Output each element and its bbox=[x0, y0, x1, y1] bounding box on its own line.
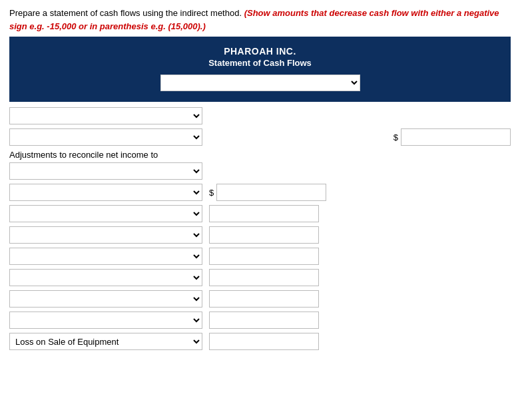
section1-select1[interactable]: Operating Activities Investing Activitie… bbox=[9, 107, 202, 124]
adj-select-5[interactable]: Income Tax Payable Interest Payable bbox=[9, 269, 202, 286]
period-select[interactable]: For the Year Ended December 31, 2025 For… bbox=[160, 75, 360, 91]
adj-sublabel-row: Net Cash Provided by Operating Activitie… bbox=[9, 162, 511, 180]
form-section: Operating Activities Investing Activitie… bbox=[0, 102, 520, 350]
adj-row-4: Accounts Payable Salaries Payable bbox=[9, 248, 511, 265]
company-pharoah: PHAROAH bbox=[224, 46, 273, 57]
adj-row-5: Income Tax Payable Interest Payable bbox=[9, 269, 511, 286]
adj-amount-2[interactable] bbox=[209, 205, 319, 222]
adj-select-7[interactable]: Unearned Revenue Deferred Revenue bbox=[9, 312, 202, 329]
period-select-wrap: For the Year Ended December 31, 2025 For… bbox=[16, 75, 504, 91]
adj-row-8: Loss on Sale of Equipment Gain on Sale o… bbox=[9, 333, 511, 350]
company-inc: INC. bbox=[276, 46, 296, 57]
adj-amount-3[interactable] bbox=[209, 226, 319, 244]
adj-amount-5[interactable] bbox=[209, 269, 319, 286]
adj-amount-8[interactable] bbox=[209, 333, 319, 350]
company-name: PHAROAH INC. bbox=[16, 46, 504, 57]
dollar-sign-1: $ bbox=[393, 132, 398, 142]
instructions: Prepare a statement of cash flows using … bbox=[0, 0, 520, 37]
adj-row-2: Accounts Receivable Inventory bbox=[9, 205, 511, 222]
adj-row-6: Gain on Sale of Equipment Loss on Sale o… bbox=[9, 290, 511, 308]
adj-select-3[interactable]: Prepaid Expenses Supplies bbox=[9, 226, 202, 244]
adj-amount-1[interactable] bbox=[216, 184, 326, 201]
section1-select2[interactable]: Net Income Net Loss bbox=[9, 128, 202, 146]
amount-input-netincome[interactable] bbox=[401, 128, 511, 146]
adj-select-8[interactable]: Loss on Sale of Equipment Gain on Sale o… bbox=[9, 333, 202, 350]
adj-row-1: Depreciation Expense Amortization Expens… bbox=[9, 184, 511, 201]
dollar-sign-adj: $ bbox=[209, 188, 214, 198]
adj-amount-7[interactable] bbox=[209, 312, 319, 329]
adjustments-label: Adjustments to reconcile net income to bbox=[9, 150, 511, 160]
instructions-main: Prepare a statement of cash flows using … bbox=[9, 8, 242, 18]
adj-select-1[interactable]: Depreciation Expense Amortization Expens… bbox=[9, 184, 202, 201]
adj-row-7: Unearned Revenue Deferred Revenue bbox=[9, 312, 511, 329]
adj-sublabel-select[interactable]: Net Cash Provided by Operating Activitie… bbox=[9, 162, 202, 180]
adj-amount-6[interactable] bbox=[209, 290, 319, 308]
header-box: PHAROAH INC. Statement of Cash Flows For… bbox=[9, 37, 511, 102]
section1-row1: Operating Activities Investing Activitie… bbox=[9, 107, 511, 124]
adj-select-6[interactable]: Gain on Sale of Equipment Loss on Sale o… bbox=[9, 290, 202, 308]
statement-title: Statement of Cash Flows bbox=[16, 58, 504, 68]
adj-row-3: Prepaid Expenses Supplies bbox=[9, 226, 511, 244]
section1-row2: Net Income Net Loss $ bbox=[9, 128, 511, 146]
adj-select-2[interactable]: Accounts Receivable Inventory bbox=[9, 205, 202, 222]
adj-amount-4[interactable] bbox=[209, 248, 319, 265]
adj-select-4[interactable]: Accounts Payable Salaries Payable bbox=[9, 248, 202, 265]
